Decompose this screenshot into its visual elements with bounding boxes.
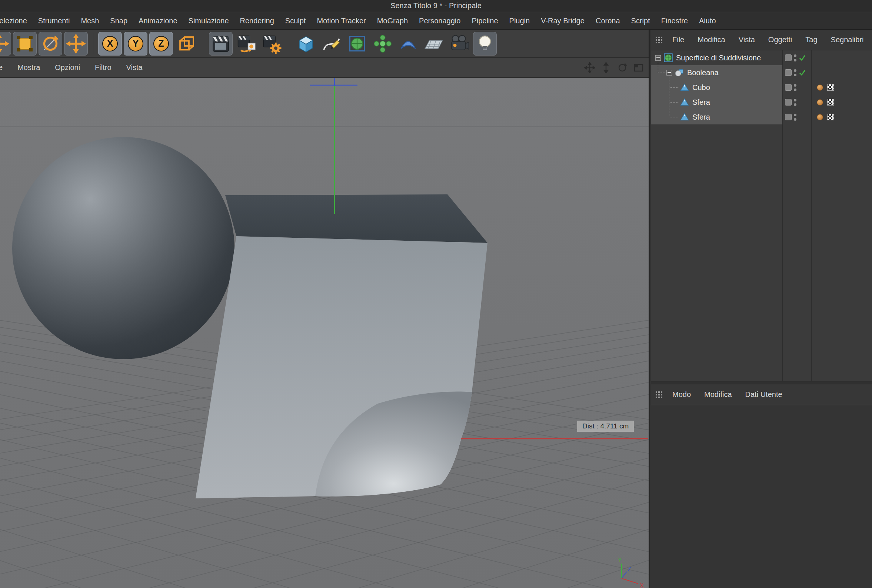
texture-checker-tag-icon[interactable] <box>827 84 834 91</box>
panel-grid-icon[interactable] <box>655 391 663 398</box>
cube-top-face[interactable] <box>225 194 488 243</box>
layer-toggle[interactable] <box>785 114 792 120</box>
visibility-dots[interactable] <box>794 84 797 91</box>
layer-toggle[interactable] <box>785 84 792 91</box>
render-picture-viewer-button[interactable] <box>234 32 258 56</box>
viewport-canvas[interactable]: Y Z X Dist : 4.711 cm <box>0 78 648 588</box>
am-menu-modo[interactable]: Modo <box>672 390 691 399</box>
menu-sculpt[interactable]: Sculpt <box>285 16 306 25</box>
coordinate-system-button[interactable] <box>175 32 198 56</box>
cube-object-icon <box>680 82 689 92</box>
rotate-tool-button[interactable] <box>39 32 62 56</box>
vp-menu-opzioni[interactable]: Opzioni <box>55 63 80 72</box>
render-view-button[interactable] <box>209 32 233 56</box>
light-button[interactable] <box>473 32 497 56</box>
deformer-icon <box>398 34 418 54</box>
material-tag-icon[interactable] <box>817 114 823 120</box>
visibility-dots[interactable] <box>794 99 797 106</box>
menu-mesh[interactable]: Mesh <box>81 16 99 25</box>
om-menu-tag[interactable]: Tag <box>805 36 817 44</box>
move-axes-icon <box>66 34 86 54</box>
axis-y-lock-icon: Y <box>128 36 143 51</box>
visibility-dots[interactable] <box>794 114 797 121</box>
toggle-layout-icon[interactable] <box>632 62 645 74</box>
object-row-cube[interactable]: Cubo <box>651 80 872 95</box>
object-name[interactable]: Superficie di Suddivisione <box>676 54 761 62</box>
zoom-view-icon[interactable] <box>600 62 612 74</box>
axis-y-lock-button[interactable]: Y <box>124 32 147 56</box>
menu-selezione[interactable]: Selezione <box>0 16 27 25</box>
menu-vray-bridge[interactable]: V-Ray Bridge <box>541 16 585 25</box>
axis-x-lock-button[interactable]: X <box>98 32 122 56</box>
menu-corona[interactable]: Corona <box>596 16 620 25</box>
om-menu-modifica[interactable]: Modifica <box>698 36 725 44</box>
viewport-3d-scene[interactable]: Y Z X <box>0 78 648 588</box>
menu-rendering[interactable]: Rendering <box>240 16 274 25</box>
rotate-view-icon[interactable] <box>616 62 629 74</box>
menu-simulazione[interactable]: Simulazione <box>189 16 229 25</box>
texture-checker-tag-icon[interactable] <box>827 114 834 120</box>
spline-pen-button[interactable] <box>320 32 344 56</box>
menu-aiuto[interactable]: Aiuto <box>699 16 716 25</box>
material-tag-icon[interactable] <box>817 99 823 105</box>
menu-motion-tracker[interactable]: Motion Tracker <box>317 16 366 25</box>
mograph-button[interactable] <box>371 32 395 56</box>
visibility-dots[interactable] <box>794 54 797 62</box>
menu-script[interactable]: Script <box>631 16 650 25</box>
om-menu-file[interactable]: File <box>672 36 684 44</box>
menu-strumenti[interactable]: Strumenti <box>38 16 70 25</box>
menu-snap[interactable]: Snap <box>110 16 128 25</box>
visibility-dots[interactable] <box>794 69 797 76</box>
camera-button[interactable] <box>447 32 471 56</box>
material-tag-icon[interactable] <box>817 84 823 91</box>
panel-splitter[interactable] <box>651 381 872 384</box>
om-menu-segnalibri[interactable]: Segnalibri <box>831 36 864 44</box>
row-tags <box>811 50 872 65</box>
enabled-check-icon[interactable] <box>798 69 806 76</box>
om-menu-vista[interactable]: Vista <box>738 36 755 44</box>
move-axes-tool-button[interactable] <box>64 32 88 56</box>
object-row-sphere[interactable]: Sfera <box>651 95 872 110</box>
attribute-manager[interactable] <box>651 405 872 588</box>
object-row-sphere[interactable]: Sfera <box>651 110 872 124</box>
layer-toggle[interactable] <box>785 99 792 105</box>
om-menu-oggetti[interactable]: Oggetti <box>768 36 792 44</box>
move-tool-button[interactable] <box>0 32 11 56</box>
deformer-button[interactable] <box>396 32 420 56</box>
am-menu-dati-utente[interactable]: Dati Utente <box>745 390 782 399</box>
vp-menu-camere[interactable]: Camere <box>0 63 3 72</box>
vp-menu-mostra[interactable]: Mostra <box>17 63 40 72</box>
object-name[interactable]: Cubo <box>692 83 710 92</box>
panel-grid-icon[interactable] <box>655 36 663 44</box>
object-name[interactable]: Sfera <box>692 113 710 122</box>
menu-mograph[interactable]: MoGraph <box>377 16 408 25</box>
collapse-toggle[interactable] <box>655 55 661 61</box>
vp-menu-vista[interactable]: Vista <box>126 63 143 72</box>
subdivision-surface-button[interactable] <box>345 32 369 56</box>
vp-menu-filtro[interactable]: Filtro <box>95 63 111 72</box>
object-manager[interactable]: Superficie di Suddivisione <box>651 50 872 381</box>
layer-toggle[interactable] <box>785 69 792 76</box>
object-row-boolean[interactable]: Booleana <box>651 65 872 80</box>
axis-y-letter: Y <box>133 38 139 49</box>
object-row-subdivision-surface[interactable]: Superficie di Suddivisione <box>651 50 872 65</box>
layer-toggle[interactable] <box>785 54 792 61</box>
floor-button[interactable] <box>422 32 446 56</box>
object-name[interactable]: Booleana <box>687 69 719 77</box>
am-menu-modifica[interactable]: Modifica <box>704 390 732 399</box>
enabled-check-icon[interactable] <box>798 54 806 62</box>
object-name[interactable]: Sfera <box>692 98 710 106</box>
axis-z-lock-button[interactable]: Z <box>149 32 173 56</box>
menu-pipeline[interactable]: Pipeline <box>471 16 498 25</box>
menu-personaggio[interactable]: Personaggio <box>419 16 461 25</box>
texture-checker-tag-icon[interactable] <box>827 99 834 105</box>
pan-view-icon[interactable] <box>584 62 596 74</box>
render-settings-button[interactable] <box>260 32 284 56</box>
scale-tool-button[interactable] <box>13 32 37 56</box>
menu-plugin[interactable]: Plugin <box>509 16 530 25</box>
menu-finestre[interactable]: Finestre <box>661 16 688 25</box>
collapse-toggle[interactable] <box>666 70 672 75</box>
sphere-mesh[interactable] <box>12 137 234 359</box>
cube-primitive-button[interactable] <box>294 32 318 56</box>
menu-animazione[interactable]: Animazione <box>138 16 177 25</box>
